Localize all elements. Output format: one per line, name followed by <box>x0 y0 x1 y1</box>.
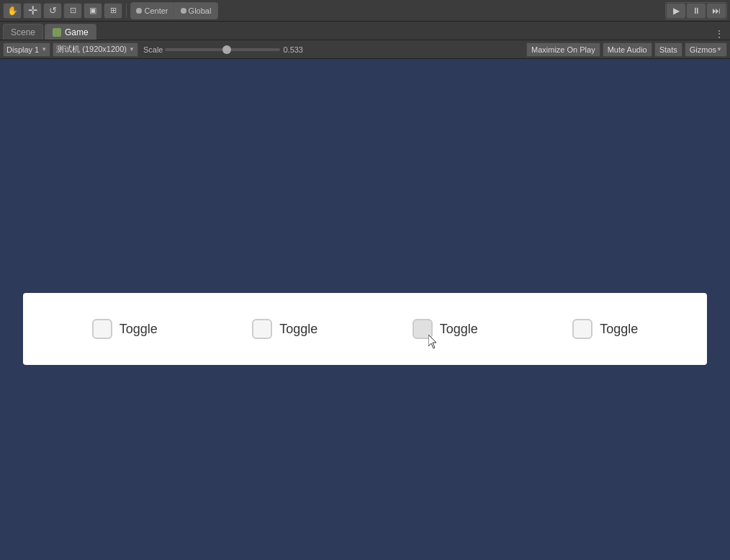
scale-thumb[interactable] <box>222 45 231 54</box>
gizmos-label: Gizmos <box>690 45 716 54</box>
global-pivot-button[interactable]: Global <box>174 3 217 19</box>
stats-label: Stats <box>659 45 677 54</box>
toggle-label-4: Toggle <box>600 322 638 337</box>
game-tab-icon <box>53 28 61 37</box>
maximize-on-play-button[interactable]: Maximize On Play <box>526 42 600 57</box>
hand-tool-button[interactable]: ✋ <box>3 3 22 19</box>
separator1 <box>126 4 127 18</box>
game-toolbar: Display 1 ▼ 测试机 (1920x1200) ▼ Scale 0.53… <box>0 40 730 59</box>
center-pivot-button[interactable]: Center <box>131 3 174 19</box>
toggle-panel: Toggle Toggle Toggle Toggle <box>23 293 707 365</box>
display-select[interactable]: Display 1 ▼ <box>3 42 50 57</box>
tabs-more-button[interactable]: ⋮ <box>711 28 727 40</box>
resolution-select[interactable]: 测试机 (1920x1200) ▼ <box>53 42 138 57</box>
rect-tool-button[interactable]: ▣ <box>84 3 102 19</box>
toggle-checkbox-4[interactable] <box>572 319 592 339</box>
gizmos-button[interactable]: Gizmos ▼ <box>685 42 727 57</box>
mute-label: Mute Audio <box>608 45 647 54</box>
display-arrow-icon: ▼ <box>41 46 47 53</box>
toggle-checkbox-1[interactable] <box>92 319 112 339</box>
scale-value: 0.533 <box>283 45 308 54</box>
toggle-label-1: Toggle <box>120 322 158 337</box>
mute-audio-button[interactable]: Mute Audio <box>603 42 652 57</box>
scale-slider[interactable] <box>165 48 280 51</box>
pivot-group: Center Global <box>130 2 218 19</box>
toggle-item-2[interactable]: Toggle <box>252 319 317 339</box>
pause-button[interactable]: ⏸ <box>686 3 706 19</box>
pivot-dot-icon <box>136 8 142 14</box>
scale-text-label: Scale <box>143 45 163 54</box>
scene-tab-label: Scene <box>11 27 35 37</box>
transform-tool-button[interactable]: ⊞ <box>104 3 122 19</box>
toggle-checkbox-2[interactable] <box>252 319 272 339</box>
game-area: Toggle Toggle Toggle Toggle <box>0 59 730 560</box>
globe-icon <box>181 8 186 14</box>
toggle-label-3: Toggle <box>440 322 478 337</box>
stats-button[interactable]: Stats <box>654 42 682 57</box>
maximize-label: Maximize On Play <box>531 45 595 54</box>
scale-tool-button[interactable]: ⊡ <box>63 3 82 19</box>
global-label: Global <box>189 6 212 15</box>
toggle-item-1[interactable]: Toggle <box>92 319 158 339</box>
main-toolbar: ✋ ✛ ↺ ⊡ ▣ ⊞ Center Global ▶ ⏸ ⏭ <box>0 0 730 22</box>
toggle-label-2: Toggle <box>279 322 317 337</box>
center-label: Center <box>144 6 168 15</box>
tabs-row: Scene Game ⋮ <box>0 22 730 40</box>
scene-tab[interactable]: Scene <box>3 24 43 40</box>
move-tool-button[interactable]: ✛ <box>23 3 42 19</box>
toggle-checkbox-3[interactable] <box>413 319 433 339</box>
gizmos-arrow-icon: ▼ <box>716 46 722 53</box>
play-button[interactable]: ▶ <box>666 3 686 19</box>
rotate-tool-button[interactable]: ↺ <box>43 3 62 19</box>
toggle-item-3[interactable]: Toggle <box>413 319 478 339</box>
display-label: Display 1 <box>6 45 39 54</box>
step-button[interactable]: ⏭ <box>706 3 726 19</box>
game-tab-label: Game <box>65 27 89 37</box>
scale-slider-container: 0.533 <box>165 45 308 54</box>
play-controls: ▶ ⏸ ⏭ <box>665 2 727 19</box>
toggle-item-4[interactable]: Toggle <box>572 319 638 339</box>
game-tab[interactable]: Game <box>45 24 96 40</box>
resolution-label: 测试机 (1920x1200) <box>56 44 127 55</box>
resolution-arrow-icon: ▼ <box>129 46 135 53</box>
